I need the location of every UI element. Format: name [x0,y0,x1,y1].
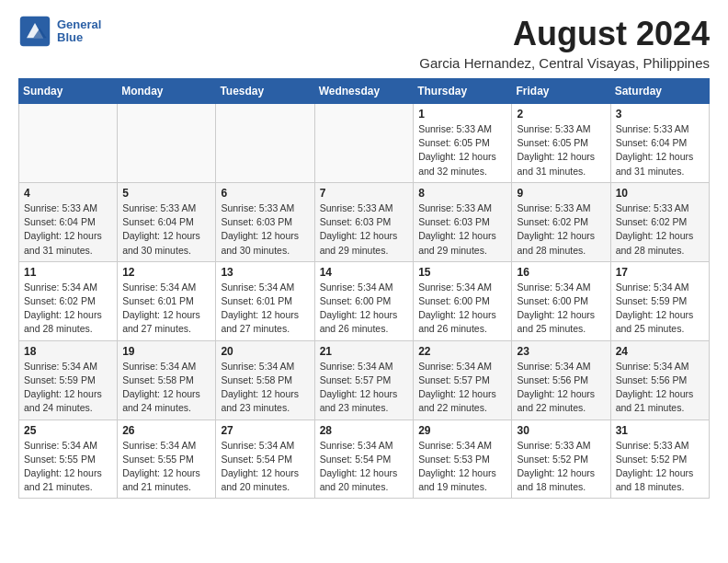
calendar-cell: 20Sunrise: 5:34 AM Sunset: 5:58 PM Dayli… [216,340,314,419]
day-info: Sunrise: 5:34 AM Sunset: 6:00 PM Dayligh… [320,281,409,337]
day-number: 1 [418,108,506,121]
calendar-cell: 16Sunrise: 5:34 AM Sunset: 6:00 PM Dayli… [512,261,610,340]
day-number: 27 [221,424,309,437]
calendar-cell: 23Sunrise: 5:34 AM Sunset: 5:56 PM Dayli… [512,340,610,419]
calendar-cell: 8Sunrise: 5:33 AM Sunset: 6:03 PM Daylig… [414,182,512,261]
day-number: 18 [24,345,112,358]
day-info: Sunrise: 5:33 AM Sunset: 6:03 PM Dayligh… [418,201,506,258]
calendar-cell [19,104,118,183]
day-number: 3 [616,108,704,121]
logo-line1: General [57,18,101,31]
logo-icon [18,15,51,48]
calendar-cell: 25Sunrise: 5:34 AM Sunset: 5:55 PM Dayli… [19,419,118,499]
calendar-cell: 12Sunrise: 5:34 AM Sunset: 6:01 PM Dayli… [118,261,216,340]
day-number: 29 [418,424,506,437]
day-number: 15 [418,266,506,279]
day-info: Sunrise: 5:34 AM Sunset: 5:57 PM Dayligh… [418,360,506,416]
day-info: Sunrise: 5:33 AM Sunset: 6:04 PM Dayligh… [24,201,112,258]
day-number: 30 [517,424,605,437]
day-number: 26 [122,424,210,437]
calendar-cell: 2Sunrise: 5:33 AM Sunset: 6:05 PM Daylig… [512,104,610,183]
logo-text: General Blue [57,18,101,45]
calendar-table: SundayMondayTuesdayWednesdayThursdayFrid… [18,78,710,499]
weekday-header-tuesday: Tuesday [216,79,314,104]
calendar-cell: 27Sunrise: 5:34 AM Sunset: 5:54 PM Dayli… [216,419,314,499]
logo-line2: Blue [57,31,101,44]
calendar-cell: 29Sunrise: 5:34 AM Sunset: 5:53 PM Dayli… [414,419,512,499]
day-number: 17 [616,266,704,279]
day-info: Sunrise: 5:34 AM Sunset: 5:58 PM Dayligh… [122,360,210,416]
weekday-header-friday: Friday [512,79,610,104]
calendar-cell: 14Sunrise: 5:34 AM Sunset: 6:00 PM Dayli… [314,261,414,340]
calendar-cell: 11Sunrise: 5:34 AM Sunset: 6:02 PM Dayli… [19,261,118,340]
day-number: 21 [320,345,409,358]
calendar-cell: 19Sunrise: 5:34 AM Sunset: 5:58 PM Dayli… [118,340,216,419]
weekday-header-thursday: Thursday [414,79,512,104]
day-info: Sunrise: 5:34 AM Sunset: 6:00 PM Dayligh… [418,281,506,337]
day-info: Sunrise: 5:34 AM Sunset: 5:55 PM Dayligh… [24,439,112,495]
day-info: Sunrise: 5:33 AM Sunset: 6:05 PM Dayligh… [517,122,605,178]
day-info: Sunrise: 5:34 AM Sunset: 6:01 PM Dayligh… [221,281,309,337]
weekday-header-wednesday: Wednesday [314,79,414,104]
calendar-cell: 5Sunrise: 5:33 AM Sunset: 6:04 PM Daylig… [118,182,216,261]
day-info: Sunrise: 5:33 AM Sunset: 6:03 PM Dayligh… [221,201,309,258]
subtitle: Garcia Hernandez, Central Visayas, Phili… [419,55,710,71]
calendar-cell [216,104,314,183]
calendar-cell: 30Sunrise: 5:33 AM Sunset: 5:52 PM Dayli… [512,419,610,499]
day-info: Sunrise: 5:33 AM Sunset: 5:52 PM Dayligh… [616,439,704,495]
day-info: Sunrise: 5:33 AM Sunset: 5:52 PM Dayligh… [517,439,605,495]
calendar-body: 1Sunrise: 5:33 AM Sunset: 6:05 PM Daylig… [19,104,710,499]
day-number: 10 [616,187,704,200]
weekday-header-saturday: Saturday [610,79,709,104]
day-info: Sunrise: 5:34 AM Sunset: 5:54 PM Dayligh… [221,439,309,495]
title-block: August 2024 Garcia Hernandez, Central Vi… [419,15,710,71]
day-info: Sunrise: 5:34 AM Sunset: 5:56 PM Dayligh… [616,360,704,416]
calendar-cell: 9Sunrise: 5:33 AM Sunset: 6:02 PM Daylig… [512,182,610,261]
day-info: Sunrise: 5:34 AM Sunset: 5:54 PM Dayligh… [320,439,409,495]
day-number: 5 [122,187,210,200]
day-info: Sunrise: 5:34 AM Sunset: 5:56 PM Dayligh… [517,360,605,416]
calendar-week-5: 25Sunrise: 5:34 AM Sunset: 5:55 PM Dayli… [19,419,710,499]
calendar-cell: 4Sunrise: 5:33 AM Sunset: 6:04 PM Daylig… [19,182,118,261]
day-info: Sunrise: 5:33 AM Sunset: 6:02 PM Dayligh… [517,201,605,258]
calendar-cell [314,104,414,183]
page-header: General Blue August 2024 Garcia Hernande… [18,15,710,71]
calendar-week-2: 4Sunrise: 5:33 AM Sunset: 6:04 PM Daylig… [19,182,710,261]
day-number: 16 [517,266,605,279]
weekday-header-sunday: Sunday [19,79,118,104]
day-number: 22 [418,345,506,358]
day-number: 31 [616,424,704,437]
day-number: 20 [221,345,309,358]
calendar-cell: 28Sunrise: 5:34 AM Sunset: 5:54 PM Dayli… [314,419,414,499]
calendar-cell: 18Sunrise: 5:34 AM Sunset: 5:59 PM Dayli… [19,340,118,419]
calendar-cell: 21Sunrise: 5:34 AM Sunset: 5:57 PM Dayli… [314,340,414,419]
day-info: Sunrise: 5:33 AM Sunset: 6:04 PM Dayligh… [122,201,210,258]
day-number: 23 [517,345,605,358]
day-number: 2 [517,108,605,121]
calendar-cell: 15Sunrise: 5:34 AM Sunset: 6:00 PM Dayli… [414,261,512,340]
day-info: Sunrise: 5:33 AM Sunset: 6:03 PM Dayligh… [320,201,409,258]
day-number: 13 [221,266,309,279]
day-info: Sunrise: 5:33 AM Sunset: 6:02 PM Dayligh… [616,201,704,258]
day-number: 6 [221,187,309,200]
day-number: 28 [320,424,409,437]
calendar-week-3: 11Sunrise: 5:34 AM Sunset: 6:02 PM Dayli… [19,261,710,340]
day-info: Sunrise: 5:34 AM Sunset: 5:59 PM Dayligh… [616,281,704,337]
day-number: 19 [122,345,210,358]
day-number: 9 [517,187,605,200]
day-number: 25 [24,424,112,437]
calendar-cell: 7Sunrise: 5:33 AM Sunset: 6:03 PM Daylig… [314,182,414,261]
day-number: 7 [320,187,409,200]
day-number: 14 [320,266,409,279]
weekday-header-monday: Monday [118,79,216,104]
calendar-cell: 10Sunrise: 5:33 AM Sunset: 6:02 PM Dayli… [610,182,709,261]
calendar-cell: 31Sunrise: 5:33 AM Sunset: 5:52 PM Dayli… [610,419,709,499]
day-info: Sunrise: 5:33 AM Sunset: 6:04 PM Dayligh… [616,122,704,178]
day-info: Sunrise: 5:34 AM Sunset: 5:58 PM Dayligh… [221,360,309,416]
calendar-cell: 6Sunrise: 5:33 AM Sunset: 6:03 PM Daylig… [216,182,314,261]
day-number: 24 [616,345,704,358]
logo: General Blue [18,15,101,48]
day-number: 11 [24,266,112,279]
day-info: Sunrise: 5:34 AM Sunset: 5:59 PM Dayligh… [24,360,112,416]
calendar-week-4: 18Sunrise: 5:34 AM Sunset: 5:59 PM Dayli… [19,340,710,419]
